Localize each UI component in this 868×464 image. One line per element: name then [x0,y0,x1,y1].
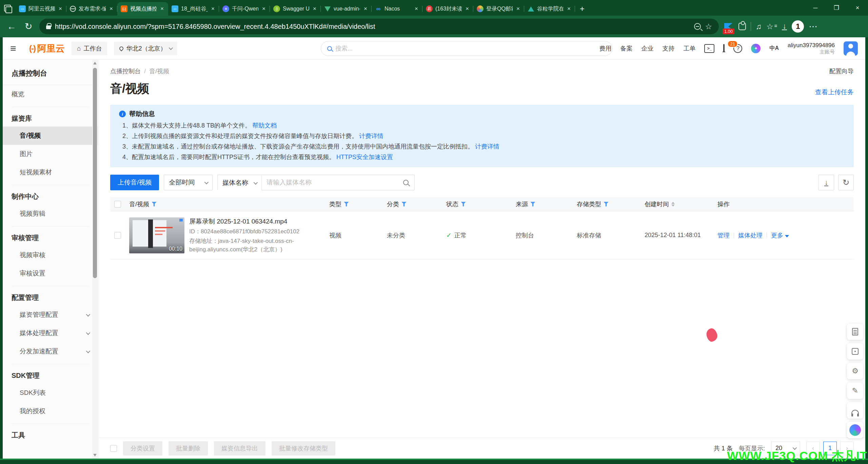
close-tab-icon[interactable] [414,5,419,12]
close-tab-icon[interactable] [108,5,114,12]
settings-button[interactable]: ⚙ [847,363,863,379]
row-checkbox[interactable] [114,232,121,239]
tab-stack-icon[interactable] [0,2,16,16]
avatar[interactable] [844,41,858,56]
help-doc-link[interactable]: 帮助文档 [252,122,277,129]
survey-button[interactable] [847,324,863,340]
ai-assistant-icon[interactable] [751,44,761,53]
manage-link[interactable]: 管理 [717,231,730,239]
browser-tab[interactable]: 登录QQ邮箱 [473,2,524,16]
scroll-up-icon[interactable] [93,62,97,64]
close-tab-icon[interactable] [515,5,521,12]
downloads-icon[interactable] [782,23,787,30]
sidebar-item-my-authorization[interactable]: 我的授权 [3,402,98,420]
footer-select-all-checkbox[interactable] [110,445,117,452]
account-block[interactable]: aliyun3973994896 主账号 [788,42,835,55]
video-thumbnail[interactable]: 00:10 [129,217,184,253]
notifications-bell[interactable]: 21 [723,45,725,52]
sidebar-item-video-editing[interactable]: 视频剪辑 [3,205,98,223]
more-dropdown[interactable]: 更多 [771,231,789,239]
favorites-list-icon[interactable] [766,22,777,31]
sidebar-item-asset-config[interactable]: 媒资管理配置 [3,306,98,324]
view-upload-tasks-link[interactable]: 查看上传任务 [815,88,854,97]
https-acceleration-link[interactable]: HTTPS安全加速设置 [336,154,393,160]
browser-tab[interactable]: Nacos [372,2,422,16]
sidebar-item-review-settings[interactable]: 审核设置 [3,264,98,283]
filter-funnel-icon[interactable] [401,202,407,207]
filter-funnel-icon[interactable] [152,202,157,207]
sidebar-item-short-video-assets[interactable]: 短视频素材 [3,163,98,181]
close-tab-icon[interactable] [465,5,470,12]
sidebar-item-sdk-list[interactable]: SDK列表 [3,384,98,402]
cloudshell-icon[interactable]: >_ [704,44,714,53]
batch-change-storage-button[interactable]: 批量修改存储类型 [272,441,335,456]
batch-delete-button[interactable]: 批量删除 [169,441,208,456]
close-tab-icon[interactable] [210,5,216,12]
sidebar-item-processing-config[interactable]: 媒体处理配置 [3,324,98,342]
filter-funnel-icon[interactable] [344,202,349,207]
sidebar-scrollbar[interactable] [92,60,98,459]
close-tab-icon[interactable] [312,5,317,12]
close-tab-icon[interactable] [363,5,368,12]
console-search[interactable] [321,41,612,56]
browser-tab[interactable]: 千问-Qwen最 [219,2,270,16]
close-tab-icon[interactable] [566,5,572,12]
region-selector[interactable]: 华北2（北京） [114,42,177,55]
browser-tab-active[interactable]: 视频点播控制 [117,2,168,16]
close-tab-icon[interactable] [261,5,267,12]
feedback-button[interactable]: ✎ [847,383,863,399]
sidebar-item-images[interactable]: 图片 [3,145,98,163]
filter-funnel-icon[interactable] [604,202,609,207]
minimize-button[interactable]: ─ [805,0,826,16]
sidebar-item-audio-video[interactable]: 音/视频 [3,127,98,145]
scrollbar-thumb[interactable] [93,68,97,278]
menu-item-icp[interactable]: 备案 [620,44,632,53]
browser-tab[interactable]: 发布需求-编辑 [66,2,117,16]
media-name-input[interactable] [262,175,397,190]
close-window-button[interactable]: × [847,0,868,16]
aliyun-logo[interactable]: (-) 阿里云 [29,42,65,55]
config-wizard-link[interactable]: 配置向导 [829,67,854,75]
browser-tab[interactable]: 谷粒学院在线 [524,2,575,16]
ai-helper-button[interactable] [847,422,863,438]
browser-tab[interactable]: (163封未读) [422,2,473,16]
filter-funnel-icon[interactable] [461,202,466,207]
menu-item-ticket[interactable]: 工单 [683,44,695,53]
close-tab-icon[interactable] [159,5,165,12]
browser-tab[interactable]: Swagger UI [270,2,321,16]
browser-tab[interactable]: 18_尚硅谷_课 [168,2,219,16]
browser-profile-avatar[interactable]: 1 [792,20,804,33]
scroll-down-icon[interactable] [93,454,97,457]
name-filter-select[interactable]: 媒体名称 [218,175,262,191]
zoom-out-icon[interactable] [694,23,701,30]
billing-details-link[interactable]: 计费详情 [359,133,383,139]
search-submit[interactable] [397,175,414,190]
close-tab-icon[interactable] [58,5,63,12]
language-switch-icon[interactable]: 中A [769,45,779,52]
time-filter-select[interactable]: 全部时间 [164,175,213,190]
hamburger-menu-icon[interactable] [10,43,22,54]
sidebar-item-video-review[interactable]: 视频审核 [3,246,98,264]
maximize-button[interactable]: ❐ [826,0,847,16]
export-media-info-button[interactable]: 媒资信息导出 [214,441,265,456]
browser-tab[interactable]: vue-admin-te [321,2,372,16]
flag-extension-icon[interactable]: 1.00 [724,23,734,30]
menu-item-enterprise[interactable]: 企业 [641,44,653,53]
export-download-button[interactable] [818,175,834,190]
workbench-button[interactable]: 工作台 [72,42,107,55]
upload-video-button[interactable]: 上传音/视频 [110,175,159,190]
video-title[interactable]: 屏幕录制 2025-12-01 063424.mp4 [189,217,318,226]
media-process-link[interactable]: 媒体处理 [738,231,763,239]
billing-details-link[interactable]: 计费详情 [475,143,499,150]
media-control-icon[interactable] [756,22,762,31]
new-tab-button[interactable] [575,2,589,16]
browser-tab[interactable]: 阿里云视频点 [16,2,66,16]
bookmark-star-icon[interactable] [705,22,712,31]
console-search-input[interactable] [335,45,606,52]
sort-icon[interactable] [671,202,675,207]
breadcrumb-root[interactable]: 点播控制台 [110,67,141,75]
support-button[interactable] [847,402,863,419]
menu-item-support[interactable]: 支持 [662,44,674,53]
url-bar[interactable]: https://vod.console.aliyun.com/?spm=5176… [39,19,719,34]
filter-funnel-icon[interactable] [530,202,535,207]
